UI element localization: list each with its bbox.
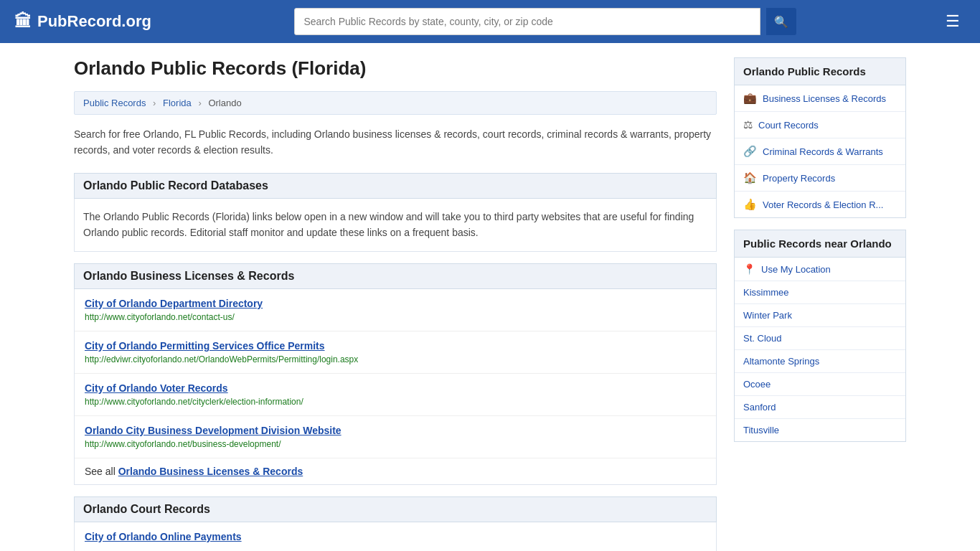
sidebar-nearby-sanford[interactable]: Sanford	[735, 396, 905, 419]
list-item: City of Orlando Department Directory htt…	[75, 289, 716, 331]
main-content: Orlando Public Records (Florida) Public …	[74, 57, 717, 551]
sidebar-item-voter-label: Voter Records & Election R...	[763, 199, 883, 210]
kissimmee-label: Kissimmee	[743, 287, 789, 298]
sidebar-nearby-heading: Public Records near Orlando	[734, 230, 906, 258]
list-item: Orlando City Business Development Divisi…	[75, 416, 716, 458]
see-all-business: See all Orlando Business Licenses & Reco…	[75, 458, 716, 484]
list-item: City of Orlando Permitting Services Offi…	[75, 331, 716, 374]
sidebar-use-my-location[interactable]: 📍 Use My Location	[735, 258, 905, 281]
link-permitting-url: http://edviwr.cityoforlando.net/OrlandoW…	[85, 354, 358, 364]
page-title: Orlando Public Records (Florida)	[74, 57, 717, 80]
winterpark-label: Winter Park	[743, 310, 792, 321]
sidebar-nearby-section: Public Records near Orlando 📍 Use My Loc…	[734, 230, 906, 442]
link-business-dev[interactable]: Orlando City Business Development Divisi…	[85, 425, 706, 436]
link-online-payments[interactable]: City of Orlando Online Payments	[85, 531, 706, 542]
sidebar-records-links: 💼 Business Licenses & Records ⚖ Court Re…	[734, 85, 906, 218]
sidebar-item-criminal[interactable]: 🔗 Criminal Records & Warrants	[735, 138, 905, 165]
altamontesprings-label: Altamonte Springs	[743, 356, 819, 367]
location-icon: 📍	[743, 263, 755, 275]
search-input[interactable]	[294, 8, 760, 35]
voter-icon: 👍	[743, 198, 757, 211]
sidebar-nearby-ocoee[interactable]: Ocoee	[735, 373, 905, 396]
sidebar-nearby-altamontesprings[interactable]: Altamonte Springs	[735, 350, 905, 373]
court-section: Orlando Court Records City of Orlando On…	[74, 496, 717, 551]
databases-heading: Orlando Public Record Databases	[74, 173, 717, 199]
search-icon: 🔍	[774, 15, 788, 29]
sidebar-item-criminal-label: Criminal Records & Warrants	[763, 146, 883, 157]
sidebar-records-section: Orlando Public Records 💼 Business Licens…	[734, 57, 906, 218]
breadcrumb-florida[interactable]: Florida	[163, 98, 192, 108]
sidebar: Orlando Public Records 💼 Business Licens…	[734, 57, 906, 551]
sidebar-nearby-winterpark[interactable]: Winter Park	[735, 304, 905, 327]
sidebar-nearby-links: 📍 Use My Location Kissimmee Winter Park …	[734, 258, 906, 442]
sidebar-nearby-titusville[interactable]: Titusville	[735, 419, 905, 441]
court-heading: Orlando Court Records	[74, 496, 717, 522]
menu-button[interactable]: ☰	[940, 9, 966, 34]
sidebar-records-heading: Orlando Public Records	[734, 57, 906, 85]
search-area: 🔍	[294, 8, 796, 35]
briefcase-icon: 💼	[743, 92, 757, 105]
sidebar-item-court[interactable]: ⚖ Court Records	[735, 112, 905, 138]
sanford-label: Sanford	[743, 402, 776, 413]
sidebar-item-business-label: Business Licenses & Records	[763, 93, 886, 104]
logo-link[interactable]: 🏛 PubRecord.org	[14, 11, 151, 32]
list-item: City of Orlando Voter Records http://www…	[75, 374, 716, 416]
link-voter-records[interactable]: City of Orlando Voter Records	[85, 382, 706, 394]
see-all-business-link[interactable]: Orlando Business Licenses & Records	[118, 466, 303, 477]
databases-description: The Orlando Public Records (Florida) lin…	[83, 209, 707, 241]
sidebar-nearby-kissimmee[interactable]: Kissimmee	[735, 281, 905, 304]
sidebar-item-business[interactable]: 💼 Business Licenses & Records	[735, 85, 905, 112]
criminal-icon: 🔗	[743, 145, 757, 158]
link-permitting[interactable]: City of Orlando Permitting Services Offi…	[85, 340, 706, 352]
logo-icon: 🏛	[14, 11, 32, 32]
business-heading: Orlando Business Licenses & Records	[74, 263, 717, 289]
link-business-dev-url: http://www.cityoforlando.net/business-de…	[85, 439, 281, 449]
see-all-text: See all	[85, 466, 116, 477]
content-wrapper: Orlando Public Records (Florida) Public …	[60, 43, 920, 551]
use-my-location-label: Use My Location	[761, 264, 831, 275]
page-description: Search for free Orlando, FL Public Recor…	[74, 126, 717, 159]
link-voter-records-url: http://www.cityoforlando.net/cityclerk/e…	[85, 397, 303, 407]
logo-text: PubRecord.org	[37, 12, 151, 31]
court-link-list: City of Orlando Online Payments	[74, 522, 717, 551]
databases-section: Orlando Public Record Databases The Orla…	[74, 173, 717, 252]
stcloud-label: St. Cloud	[743, 333, 781, 344]
list-item: City of Orlando Online Payments	[75, 522, 716, 551]
breadcrumb: Public Records › Florida › Orlando	[74, 91, 717, 115]
breadcrumb-sep-2: ›	[198, 98, 201, 108]
sidebar-nearby-stcloud[interactable]: St. Cloud	[735, 327, 905, 350]
business-section: Orlando Business Licenses & Records City…	[74, 263, 717, 485]
databases-content: The Orlando Public Records (Florida) lin…	[74, 199, 717, 252]
sidebar-item-property[interactable]: 🏠 Property Records	[735, 165, 905, 192]
header: 🏛 PubRecord.org 🔍 ☰	[0, 0, 980, 43]
menu-icon: ☰	[946, 12, 960, 30]
sidebar-item-property-label: Property Records	[763, 173, 835, 184]
link-department-directory-url: http://www.cityoforlando.net/contact-us/	[85, 312, 235, 322]
link-department-directory[interactable]: City of Orlando Department Directory	[85, 298, 706, 309]
titusville-label: Titusville	[743, 425, 779, 435]
sidebar-item-voter[interactable]: 👍 Voter Records & Election R...	[735, 192, 905, 217]
business-link-list: City of Orlando Department Directory htt…	[74, 289, 717, 485]
breadcrumb-public-records[interactable]: Public Records	[83, 98, 146, 108]
scales-icon: ⚖	[743, 118, 753, 131]
sidebar-item-court-label: Court Records	[758, 120, 819, 131]
ocoee-label: Ocoee	[743, 379, 771, 390]
search-button[interactable]: 🔍	[766, 8, 796, 35]
home-icon: 🏠	[743, 171, 757, 184]
breadcrumb-orlando: Orlando	[208, 98, 241, 108]
breadcrumb-sep-1: ›	[153, 98, 156, 108]
